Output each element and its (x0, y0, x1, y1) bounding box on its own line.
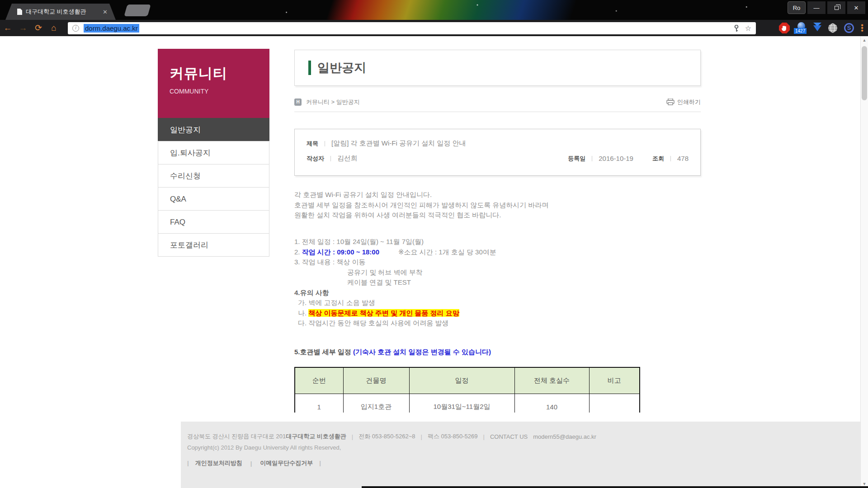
post-author-label: 작성자 (307, 155, 324, 163)
session-extension-icon[interactable]: S (844, 23, 854, 33)
schedule-heading-title: 5.호관별 세부 일정 (294, 348, 353, 356)
col-header: 순번 (295, 367, 343, 394)
divider (250, 460, 252, 467)
page-title: 일반공지 (317, 60, 366, 76)
sidebar-item-qna[interactable]: Q&A (158, 187, 269, 210)
divider (592, 156, 592, 161)
restore-button[interactable] (827, 1, 845, 14)
list-item-3-sub: 공유기 및 허브 벽에 부착 (294, 267, 496, 278)
footer-email[interactable]: modern55@daegu.ac.kr (533, 433, 596, 440)
info-icon[interactable]: i (72, 25, 79, 32)
key-icon[interactable] (733, 25, 740, 32)
cell-no: 1 (295, 394, 343, 413)
browser-menu-icon[interactable]: ••• (860, 24, 864, 32)
post-list: 1. 전체 일정 : 10월 24일(월) ~ 11월 7일(월) 2. 작업 … (294, 237, 496, 328)
print-button[interactable]: 인쇄하기 (666, 98, 701, 106)
footer-copyright: Copyright(c) 2012 By Daegu University Al… (187, 444, 860, 451)
forward-button[interactable]: → (15, 20, 31, 36)
page-scrollbar[interactable]: ▲ ▼ (860, 36, 868, 488)
sidebar-item-faq[interactable]: FAQ (158, 210, 269, 233)
list-item-4c: 다. 작업시간 동안 해당 호실의 사용에 어려움 발생 (294, 318, 496, 328)
list-item-2: 2. 작업 시간 : 09:00 ~ 18:00※소요 시간 : 1개 호실 당… (294, 247, 496, 258)
sidebar-item-movein-notice[interactable]: 입.퇴사공지 (158, 141, 269, 164)
footer-fax: 팩스 053-850-5269 (428, 432, 478, 441)
title-accent-bar (308, 61, 311, 75)
divider (670, 156, 671, 161)
home-breadcrumb-icon[interactable]: H (294, 99, 302, 106)
sidebar-subtitle: COMMUNITY (170, 88, 269, 95)
sidebar-title: 커뮤니티 (170, 64, 269, 83)
minimize-button[interactable]: — (807, 1, 826, 14)
url-text[interactable]: dorm.daegu.ac.kr (84, 24, 139, 33)
sidebar-item-photo-gallery[interactable]: 포토갤러리 (158, 233, 269, 256)
schedule-table: 순번 건물명 일정 전체 호실수 비고 1 입지1호관 10월31일~11월2일… (294, 367, 640, 413)
intro-line: 원활한 설치 작업을 위하여 사생 여러분들의 적극적인 협조 바랍니다. (294, 210, 549, 221)
post-header-box: 제목 [알림] 각 호관별 Wi-Fi 공유기 설치 일정 안내 작성자 김선희… (294, 129, 701, 176)
cell-roomcount: 140 (514, 394, 589, 413)
breadcrumb: 커뮤니티 > 일반공지 (306, 98, 360, 106)
intro-line: 각 호관별 Wi-Fi 공유기 설치 일정 안내입니다. (294, 190, 549, 200)
col-header: 비고 (589, 367, 640, 394)
footer-contact-line: 경상북도 경산시 진량읍 대구대로 201 대구대학교 비호생활관 전화 053… (187, 432, 860, 441)
scrollbar-down-icon[interactable]: ▼ (861, 482, 868, 486)
close-button[interactable]: ✕ (847, 1, 865, 14)
sidebar: 커뮤니티 COMMUNITY 일반공지 입.퇴사공지 수리신청 Q&A FAQ … (158, 49, 269, 257)
scrollbar-thumb[interactable] (862, 46, 867, 100)
tab-title: 대구대학교 비호생활관 (26, 8, 100, 16)
page-favicon-icon (17, 9, 22, 15)
list-item-4-title: 4.유의 사항 (294, 288, 496, 298)
bookmark-star-icon[interactable]: ☆ (745, 24, 751, 33)
cell-building: 입지1호관 (343, 394, 409, 413)
post-views-label: 조회 (652, 155, 664, 163)
table-row: 1 입지1호관 10월31일~11월2일 140 (295, 394, 640, 413)
scrollbar-up-icon[interactable]: ▲ (861, 38, 868, 42)
email-refusal-link[interactable]: 이메일무단수집거부 (260, 459, 321, 467)
divider (325, 141, 325, 146)
url-bar[interactable]: i dorm.daegu.ac.kr ☆ (68, 22, 756, 34)
table-header-row: 순번 건물명 일정 전체 호실수 비고 (295, 367, 640, 394)
intro-line: 호관별 세부 일정을 참조하시어 개인적인 피해가 발생하지 않도록 유념하시기… (294, 200, 549, 211)
screen: 대구대학교 비호생활관 ✕ Ro — ✕ ← → ⟳ ⌂ i dorm.daeg… (0, 0, 868, 488)
footer-org-name: 대구대학교 비호생활관 (286, 432, 346, 441)
duration-note: ※소요 시간 : 1개 호실 당 30여분 (398, 248, 496, 256)
refresh-button[interactable]: ⟳ (31, 20, 46, 36)
sidebar-item-repair-request[interactable]: 수리신청 (158, 164, 269, 187)
cell-note (589, 394, 640, 413)
printer-icon (666, 99, 675, 105)
schedule-heading-note: (기숙사 호관 설치 일정은 변경될 수 있습니다) (353, 348, 491, 356)
post-date: 2016-10-19 (599, 155, 633, 162)
extension-badge-count: 1427 (794, 28, 807, 34)
home-button[interactable]: ⌂ (46, 20, 61, 36)
profile-button[interactable]: Ro (788, 1, 806, 14)
post-date-label: 등록일 (568, 155, 585, 163)
schedule-table-wrap: 순번 건물명 일정 전체 호실수 비고 1 입지1호관 10월31일~11월2일… (294, 367, 640, 413)
post-intro: 각 호관별 Wi-Fi 공유기 설치 일정 안내입니다. 호관별 세부 일정을 … (294, 190, 549, 221)
back-button[interactable]: ← (0, 20, 15, 36)
sidebar-menu: 일반공지 입.퇴사공지 수리신청 Q&A FAQ 포토갤러리 (158, 118, 269, 257)
post-title-label: 제목 (307, 140, 318, 148)
divider (352, 433, 353, 440)
adblock-hand-icon[interactable] (779, 23, 790, 33)
col-header: 건물명 (343, 367, 409, 394)
schedule-heading: 5.호관별 세부 일정 (기숙사 호관 설치 일정은 변경될 수 있습니다) (294, 348, 491, 357)
globe-icon[interactable] (827, 23, 838, 33)
page-title-box: 일반공지 (294, 50, 701, 86)
window-controls: Ro — ✕ (788, 1, 865, 14)
browser-tab[interactable]: 대구대학교 비호생활관 ✕ (5, 4, 116, 20)
list-item-1: 1. 전체 일정 : 10월 24일(월) ~ 11월 7일(월) (294, 237, 496, 247)
warning-highlight: 책상 이동문제로 책상 주변 및 개인 물품 정리 요망 (308, 309, 459, 317)
extension-badge-icon[interactable]: 1427 (796, 22, 807, 34)
divider (330, 156, 331, 161)
tab-close-icon[interactable]: ✕ (103, 9, 108, 15)
footer: 경상북도 경산시 진량읍 대구대로 201 대구대학교 비호생활관 전화 053… (181, 422, 860, 488)
footer-phone: 전화 053-850-5262~8 (359, 432, 415, 441)
new-tab-button[interactable] (124, 5, 151, 16)
download-arrow-icon[interactable] (813, 25, 821, 31)
col-header: 일정 (409, 367, 514, 394)
browser-toolbar: ← → ⟳ ⌂ i dorm.daegu.ac.kr ☆ 1427 S (0, 20, 868, 36)
sidebar-item-general-notice[interactable]: 일반공지 (158, 118, 269, 141)
extensions-area: 1427 S ••• (779, 20, 864, 36)
privacy-policy-link[interactable]: 개인정보처리방침 (187, 459, 242, 467)
list-item-4b: 나. 책상 이동문제로 책상 주변 및 개인 물품 정리 요망 (294, 308, 496, 319)
page-content: 커뮤니티 COMMUNITY 일반공지 입.퇴사공지 수리신청 Q&A FAQ … (0, 36, 868, 488)
